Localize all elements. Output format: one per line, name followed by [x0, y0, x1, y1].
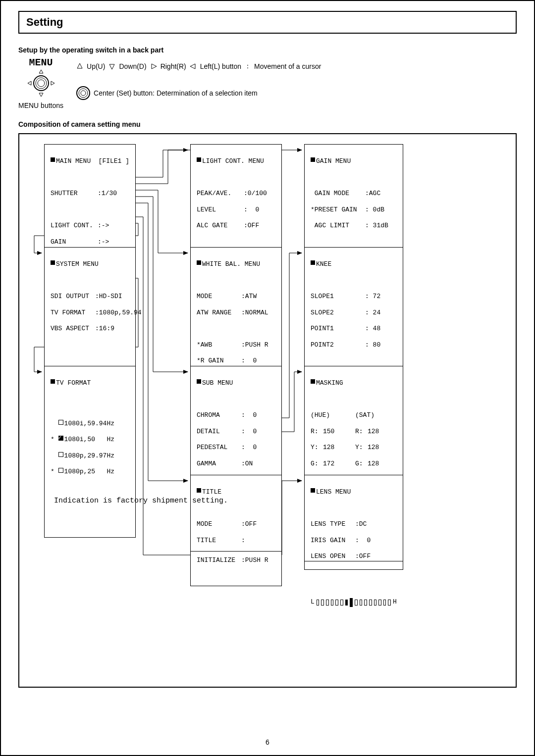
tf-r3p: * [51, 468, 58, 476]
tm-r1l: TITLE [197, 537, 241, 545]
system-menu-title: SYSTEM MENU [56, 260, 99, 268]
kn-r1v: : 24 [365, 309, 380, 317]
legend-up: Up(U) [87, 62, 105, 70]
page-title-box: Setting [18, 11, 517, 34]
mm-light-val: :-> [98, 222, 109, 230]
tf-r2: 1080p,29.97Hz [64, 452, 114, 460]
iris-scale: L H [311, 598, 397, 607]
menu-button-illustration: MENU MENU buttons [18, 57, 63, 109]
checkbox-checked-icon [58, 436, 63, 441]
sm-r1v: :1080p,59.94 [95, 309, 142, 317]
checkbox-icon [58, 452, 63, 457]
wb-r4l: *R GAIN [197, 357, 241, 365]
arrow-left-icon [189, 62, 197, 70]
tf-r1: 1080i,50 Hz [64, 436, 114, 444]
svg-marker-0 [39, 70, 43, 73]
tv-format-title: TV FORMAT [56, 379, 91, 387]
lm-r1v: : 0 [355, 537, 371, 545]
center-button-icon [76, 86, 91, 101]
gm-r2l: AGC LIMIT [311, 222, 365, 230]
lc-r1v: : 0 [244, 206, 259, 214]
arrow-up-icon [76, 62, 84, 70]
mk-r2d: 128 [368, 460, 379, 468]
wb-r4v: : 0 [241, 357, 257, 365]
tm-r1v: : [241, 537, 245, 545]
mk-r0b: 150 [323, 428, 355, 436]
composition-heading: Composition of camera setting menu [18, 120, 517, 128]
gm-r0l: GAIN MODE [311, 190, 365, 198]
checkbox-icon [58, 420, 63, 425]
sb-r2v: : 0 [241, 444, 257, 452]
tv-format-box: TV FORMAT 1080i,59.94Hz * 1080i,50 Hz 10… [44, 366, 136, 538]
page-title: Setting [26, 16, 63, 28]
mk-r0d: 128 [368, 428, 379, 436]
knee-title: KNEE [316, 260, 331, 268]
svg-marker-3 [51, 81, 54, 85]
sb-r0l: CHROMA [197, 411, 241, 419]
mk-r1b: 128 [323, 444, 355, 452]
main-menu-title: MAIN MENU [56, 157, 91, 165]
mk-r1d: 128 [368, 444, 379, 452]
tf-r3: 1080p,25 Hz [64, 468, 114, 476]
lm-r2v: :OFF [355, 553, 371, 560]
svg-point-5 [36, 78, 47, 89]
tm-r0l: MODE [197, 520, 241, 528]
factory-note: Indication is factory shipment setting. [54, 496, 228, 507]
sm-r0v: :HD-SDI [95, 293, 122, 301]
legend-left: Left(L) button [200, 62, 241, 70]
lm-r1l: IRIS GAIN [311, 537, 355, 545]
svg-point-13 [81, 91, 86, 96]
mm-shutter-lbl: SHUTTER [51, 190, 98, 198]
tf-r0p [51, 420, 58, 428]
sb-r1l: DETAIL [197, 428, 241, 436]
page-number: 6 [266, 738, 269, 746]
sm-r2l: VBS ASPECT [51, 325, 95, 333]
wb-r1l: ATW RANGE [197, 309, 241, 317]
mk-hue-head: (HUE) [311, 411, 355, 419]
tf-r2p [51, 452, 58, 460]
setup-row: MENU MENU buttons Up(U) Down(D) Right(R) [18, 57, 517, 115]
lc-r2v: :OFF [244, 222, 259, 230]
svg-marker-7 [77, 63, 82, 68]
joystick-icon [26, 68, 56, 98]
legend-down: Down(D) [119, 62, 146, 70]
sb-r2l: PEDESTAL [197, 444, 241, 452]
mk-r2c: G: [355, 460, 368, 468]
sb-r3l: GAMMA [197, 460, 241, 468]
mm-gain-lbl: GAIN [51, 238, 98, 246]
legend-right: Right(R) [160, 62, 186, 70]
wb-r0l: MODE [197, 293, 241, 301]
mk-r2b: 172 [323, 460, 355, 468]
legend-colon: ： [244, 62, 251, 71]
lens-menu-title: LENS MENU [316, 488, 351, 496]
mk-r0a: R: [311, 428, 323, 436]
mk-r0c: R: [355, 428, 368, 436]
lc-r0l: PEAK/AVE. [197, 190, 244, 198]
wb-r1v: :NORMAL [241, 309, 268, 317]
lens-menu-box: LENS MENU LENS TYPE:DC IRIS GAIN: 0 LENS… [304, 475, 403, 561]
legend-center: Center (Set) button: Determination of a … [94, 89, 258, 97]
kn-r3l: POINT2 [311, 341, 365, 349]
lm-r0v: :DC [355, 520, 367, 528]
gm-r2v: : 31dB [365, 222, 388, 230]
svg-marker-1 [39, 93, 43, 97]
scale-h: H [393, 598, 397, 606]
kn-r0v: : 72 [365, 293, 380, 301]
lc-r2l: ALC GATE [197, 222, 244, 230]
kn-r0l: SLOPE1 [311, 293, 365, 301]
mk-r1a: Y: [311, 444, 323, 452]
sm-r2v: :16:9 [95, 325, 114, 333]
arrow-right-icon [150, 62, 158, 70]
wb-r3l: *AWB [197, 341, 241, 349]
kn-r2v: : 48 [365, 325, 380, 333]
kn-r1l: SLOPE2 [311, 309, 365, 317]
svg-marker-2 [28, 81, 31, 85]
gm-r0v: :AGC [365, 190, 380, 198]
tf-r1p: * [51, 436, 58, 444]
scale-l: L [311, 598, 315, 606]
tf-r0: 1080i,59.94Hz [64, 420, 114, 428]
svg-marker-9 [152, 64, 157, 69]
main-menu-file: [FILE1 ] [99, 157, 129, 165]
white-bal-title: WHITE BAL. MENU [202, 260, 260, 268]
lc-r1l: LEVEL [197, 206, 244, 214]
